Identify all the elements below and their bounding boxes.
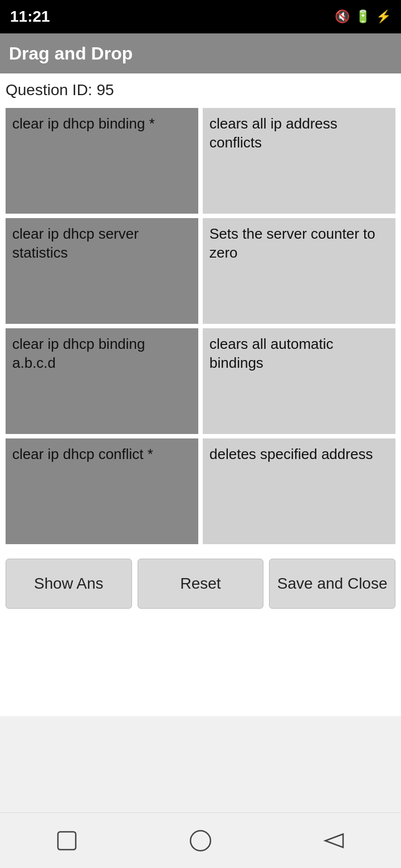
svg-point-1: [190, 831, 211, 851]
svg-marker-2: [325, 834, 343, 847]
nav-back-button[interactable]: [184, 824, 217, 857]
bolt-icon: ⚡: [376, 9, 391, 24]
square-icon: [53, 827, 80, 854]
status-icons: 🔇 🔋 ⚡: [335, 9, 391, 24]
drag-cell-right-1[interactable]: Sets the server counter to zero: [203, 218, 395, 324]
bottom-spacer: [0, 716, 401, 812]
drag-cell-right-3[interactable]: deletes specified address: [203, 438, 395, 544]
battery-icon: 🔋: [355, 9, 370, 24]
drag-grid: clear ip dhcp binding * clears all ip ad…: [6, 108, 395, 544]
drag-cell-right-0[interactable]: clears all ip address conflicts: [203, 108, 395, 214]
triangle-icon: [321, 827, 348, 854]
save-and-close-button[interactable]: Save and Close: [269, 559, 395, 609]
drag-cell-left-3[interactable]: clear ip dhcp conflict *: [6, 438, 198, 544]
status-time: 11:21: [10, 8, 50, 26]
show-ans-button[interactable]: Show Ans: [6, 559, 132, 609]
nav-recent-button[interactable]: [317, 824, 351, 857]
drag-cell-right-2[interactable]: clears all automatic bindings: [203, 328, 395, 434]
drag-cell-left-2[interactable]: clear ip dhcp binding a.b.c.d: [6, 328, 198, 434]
circle-icon: [187, 827, 214, 854]
status-bar: 11:21 🔇 🔋 ⚡: [0, 0, 401, 33]
drag-cell-left-1[interactable]: clear ip dhcp server statistics: [6, 218, 198, 324]
reset-button[interactable]: Reset: [138, 559, 264, 609]
svg-rect-0: [58, 832, 76, 850]
main-content: Question ID: 95 clear ip dhcp binding * …: [0, 73, 401, 716]
drag-cell-left-0[interactable]: clear ip dhcp binding *: [6, 108, 198, 214]
nav-bar: [0, 812, 401, 868]
mute-icon: 🔇: [335, 9, 350, 24]
button-row: Show Ans Reset Save and Close: [6, 559, 395, 609]
title-bar: Drag and Drop: [0, 33, 401, 73]
question-id: Question ID: 95: [6, 79, 395, 101]
app-title: Drag and Drop: [9, 43, 133, 64]
nav-home-button[interactable]: [50, 824, 84, 857]
